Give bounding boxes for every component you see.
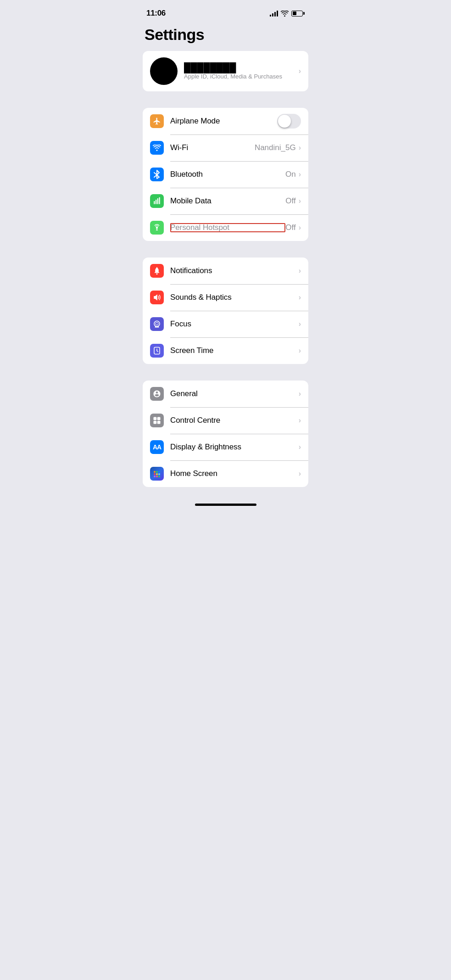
avatar — [150, 57, 178, 85]
personal-hotspot-chevron: › — [299, 224, 301, 232]
airplane-mode-label: Airplane Mode — [170, 117, 277, 126]
wifi-settings-icon — [150, 141, 164, 155]
svg-rect-11 — [154, 417, 157, 420]
svg-rect-5 — [155, 272, 160, 273]
home-screen-row[interactable]: Home Screen › — [143, 460, 308, 487]
svg-point-21 — [154, 476, 156, 477]
bluetooth-row[interactable]: Bluetooth On › — [143, 161, 308, 188]
profile-chevron: › — [299, 67, 301, 75]
svg-rect-3 — [159, 197, 160, 204]
mobile-data-icon — [150, 194, 164, 208]
screen-time-chevron: › — [299, 347, 301, 355]
notifications-label: Notifications — [170, 266, 299, 275]
screen-time-row[interactable]: Screen Time › — [143, 337, 308, 364]
svg-point-23 — [158, 476, 160, 477]
sounds-chevron: › — [299, 293, 301, 302]
wifi-icon — [281, 11, 289, 17]
home-screen-icon — [150, 467, 164, 481]
svg-point-15 — [154, 471, 156, 473]
mobile-data-row[interactable]: Mobile Data Off › — [143, 188, 308, 214]
wifi-value: Nandini_5G — [255, 143, 296, 152]
wifi-chevron: › — [299, 144, 301, 152]
display-brightness-chevron: › — [299, 443, 301, 451]
airplane-mode-icon — [150, 114, 164, 128]
home-screen-label: Home Screen — [170, 469, 299, 478]
svg-rect-14 — [157, 421, 161, 424]
control-centre-label: Control Centre — [170, 416, 299, 425]
signal-icon — [270, 10, 278, 17]
bluetooth-chevron: › — [299, 170, 301, 179]
svg-point-19 — [156, 473, 158, 475]
svg-rect-2 — [157, 198, 158, 204]
profile-sub: Apple ID, iCloud, Media & Purchases — [184, 73, 299, 80]
svg-point-17 — [158, 471, 160, 473]
mobile-data-label: Mobile Data — [170, 196, 285, 206]
personal-hotspot-label: Personal Hotspot — [170, 223, 285, 232]
svg-point-20 — [158, 473, 160, 475]
profile-name: ████████ — [184, 62, 299, 73]
notifications-row[interactable]: Notifications › — [143, 258, 308, 284]
svg-rect-12 — [157, 417, 161, 420]
display-brightness-row[interactable]: AA Display & Brightness › — [143, 434, 308, 460]
page-title: Settings — [135, 22, 316, 51]
wifi-row[interactable]: Wi-Fi Nandini_5G › — [143, 134, 308, 161]
svg-rect-1 — [156, 200, 156, 204]
connectivity-group: Airplane Mode Wi-Fi Nandini_5G › Bluetoo… — [143, 108, 308, 241]
svg-point-18 — [154, 473, 156, 475]
airplane-mode-toggle[interactable] — [277, 114, 301, 129]
svg-point-10 — [156, 350, 157, 351]
svg-point-22 — [156, 476, 158, 477]
general-label: General — [170, 389, 299, 398]
mobile-data-chevron: › — [299, 197, 301, 205]
notifications-group: Notifications › Sounds & Haptics › Focus… — [143, 258, 308, 364]
home-screen-chevron: › — [299, 470, 301, 478]
general-chevron: › — [299, 390, 301, 398]
battery-icon — [291, 11, 305, 17]
profile-row[interactable]: ████████ Apple ID, iCloud, Media & Purch… — [143, 51, 308, 91]
svg-point-16 — [156, 471, 158, 473]
profile-info: ████████ Apple ID, iCloud, Media & Purch… — [184, 62, 299, 80]
focus-row[interactable]: Focus › — [143, 311, 308, 337]
bottom-spacer — [135, 504, 316, 513]
focus-icon — [150, 317, 164, 331]
notifications-icon — [150, 264, 164, 278]
screen-time-label: Screen Time — [170, 346, 299, 355]
personal-hotspot-row[interactable]: Personal Hotspot Off › — [143, 214, 308, 241]
general-icon — [150, 387, 164, 401]
general-row[interactable]: General › — [143, 381, 308, 407]
general-group: General › Control Centre › AA Display & … — [143, 381, 308, 487]
display-brightness-label: Display & Brightness — [170, 442, 299, 452]
bluetooth-value: On — [285, 170, 296, 179]
control-centre-icon — [150, 414, 164, 427]
bluetooth-icon — [150, 168, 164, 181]
svg-point-6 — [156, 273, 158, 274]
status-icons — [270, 10, 305, 17]
svg-rect-13 — [154, 421, 157, 424]
notifications-chevron: › — [299, 267, 301, 275]
sounds-icon — [150, 291, 164, 304]
sounds-haptics-row[interactable]: Sounds & Haptics › — [143, 284, 308, 311]
svg-marker-8 — [154, 294, 157, 301]
control-centre-chevron: › — [299, 416, 301, 425]
status-time: 11:06 — [146, 9, 166, 18]
sounds-haptics-label: Sounds & Haptics — [170, 293, 299, 302]
focus-chevron: › — [299, 320, 301, 328]
svg-rect-7 — [156, 267, 157, 268]
svg-rect-0 — [154, 201, 155, 204]
screen-time-icon — [150, 344, 164, 358]
personal-hotspot-value: Off — [285, 223, 295, 232]
wifi-label: Wi-Fi — [170, 143, 255, 152]
control-centre-row[interactable]: Control Centre › — [143, 407, 308, 434]
home-indicator — [195, 504, 256, 506]
focus-label: Focus — [170, 319, 299, 329]
personal-hotspot-icon — [150, 221, 164, 235]
display-brightness-icon: AA — [150, 440, 164, 454]
mobile-data-value: Off — [285, 196, 295, 206]
bluetooth-label: Bluetooth — [170, 170, 285, 179]
airplane-mode-row[interactable]: Airplane Mode — [143, 108, 308, 134]
status-bar: 11:06 — [135, 0, 316, 22]
